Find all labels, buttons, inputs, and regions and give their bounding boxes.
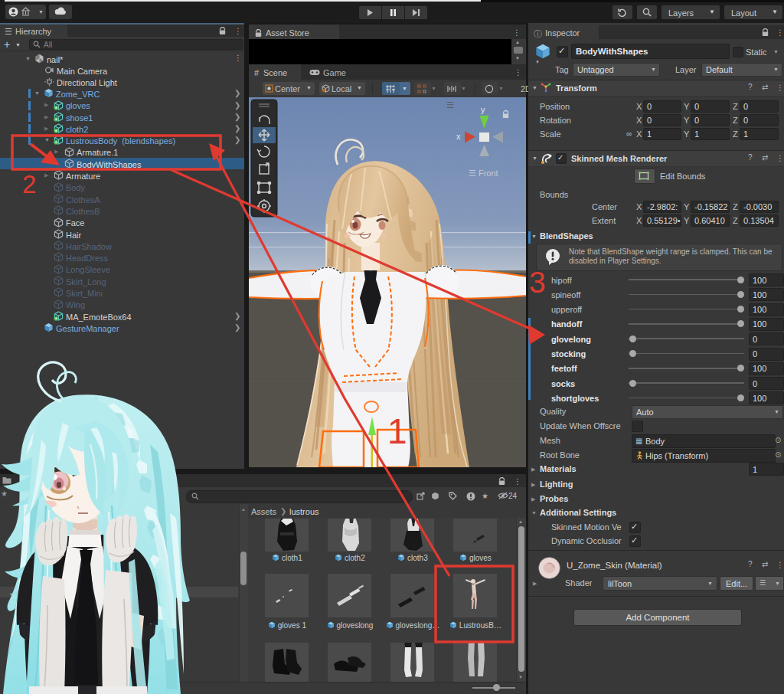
svg-text:2: 2 [22, 170, 36, 198]
svg-text:3: 3 [529, 266, 546, 299]
svg-text:1: 1 [387, 411, 407, 451]
